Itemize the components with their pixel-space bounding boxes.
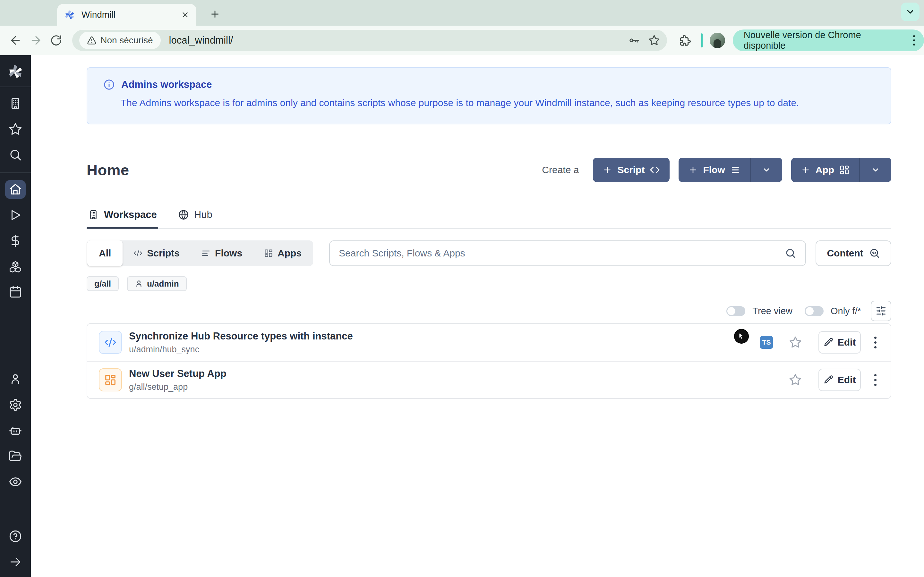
tree-view-toggle[interactable] (726, 306, 745, 316)
owner-chip-gall[interactable]: g/all (87, 276, 119, 291)
sidebar-item-workers[interactable] (5, 421, 26, 440)
sidebar-item-variables[interactable] (5, 231, 26, 250)
tab-close-icon[interactable] (181, 11, 189, 19)
home-icon (9, 183, 22, 196)
plus-icon (603, 165, 612, 175)
tab-title: Windmill (81, 10, 181, 20)
search-input[interactable] (339, 248, 785, 259)
address-bar[interactable]: Non sécurisé local_windmill/ (72, 30, 667, 51)
sidebar-item-help[interactable] (5, 527, 26, 546)
security-chip[interactable]: Non sécurisé (79, 32, 160, 49)
sidebar-item-runs[interactable] (5, 206, 26, 224)
plus-icon (688, 165, 698, 175)
chrome-update-button[interactable]: Nouvelle version de Chrome disponible (733, 29, 924, 51)
tab-workspace[interactable]: Workspace (87, 205, 158, 228)
only-f-toggle[interactable] (804, 306, 824, 316)
filter-scripts-label: Scripts (147, 248, 180, 259)
owner-chip-uadmin[interactable]: u/admin (127, 276, 187, 291)
item-title[interactable]: Synchronize Hub Resource types with inst… (129, 330, 353, 342)
create-script-button[interactable]: Script (593, 158, 670, 182)
url-text[interactable]: local_windmill/ (169, 35, 620, 46)
create-flow-button[interactable]: Flow (678, 158, 782, 182)
profile-avatar[interactable] (710, 33, 725, 48)
key-icon[interactable] (628, 35, 640, 46)
warning-icon (87, 35, 97, 45)
create-a-label: Create a (542, 164, 579, 175)
filter-all-label: All (99, 248, 111, 259)
filter-apps-label: Apps (278, 248, 302, 259)
workspace-hub-tabs: Workspace Hub (87, 205, 891, 229)
script-type-icon (99, 331, 122, 354)
reload-icon[interactable] (46, 30, 66, 51)
sidebar-item-home[interactable] (5, 180, 26, 199)
tab-hub[interactable]: Hub (177, 205, 214, 228)
create-app-button[interactable]: App (791, 158, 891, 182)
window-chevron-button[interactable] (901, 3, 919, 21)
edit-button[interactable]: Edit (819, 369, 861, 391)
forward-icon[interactable] (26, 30, 46, 51)
favorite-star-icon[interactable] (789, 374, 802, 386)
sidebar-item-workspace[interactable] (5, 94, 26, 113)
item-title[interactable]: New User Setup App (129, 368, 226, 380)
back-icon[interactable] (5, 30, 26, 51)
sidebar-item-search[interactable] (5, 145, 26, 164)
sidebar-item-expand[interactable] (5, 553, 26, 571)
runs-play-icon (9, 208, 22, 222)
favorite-star-icon[interactable] (789, 336, 802, 349)
create-script-label: Script (617, 164, 645, 175)
resources-boxes-icon (9, 259, 22, 273)
sidebar-item-favorites[interactable] (5, 120, 26, 139)
plus-icon (801, 165, 811, 175)
user-icon (135, 279, 143, 288)
tab-workspace-label: Workspace (104, 209, 157, 221)
sidebar-item-users[interactable] (5, 370, 26, 388)
display-options-button[interactable] (871, 301, 891, 321)
sidebar-item-folders[interactable] (5, 447, 26, 466)
sidebar-item-schedules[interactable] (5, 283, 26, 301)
more-options-icon[interactable] (872, 372, 879, 388)
flow-list-icon (202, 249, 210, 258)
help-icon (9, 530, 22, 543)
banner-description: The Admins workspace is for admins only … (121, 97, 878, 108)
windmill-logo[interactable] (7, 63, 23, 79)
workers-robot-icon (9, 424, 22, 437)
create-flow-dropdown[interactable] (750, 158, 782, 182)
extensions-puzzle-icon[interactable] (678, 34, 691, 47)
filter-apps[interactable]: Apps (253, 240, 312, 266)
globe-icon (178, 210, 189, 220)
sliders-icon (876, 306, 887, 316)
settings-gear-icon (9, 398, 22, 412)
more-options-icon[interactable] (872, 334, 879, 351)
new-tab-button[interactable] (208, 7, 222, 21)
edit-button[interactable]: Edit (819, 331, 861, 354)
item-path: u/admin/hub_sync (129, 345, 353, 355)
typescript-badge: TS (760, 336, 773, 349)
code-icon (650, 165, 660, 175)
folders-icon (9, 450, 22, 463)
audit-eye-icon (9, 475, 22, 488)
search-icon (9, 148, 22, 161)
search-box[interactable] (329, 240, 806, 266)
content-search-button[interactable]: Content (816, 240, 891, 266)
bookmark-star-icon[interactable] (648, 35, 660, 46)
item-path: g/all/setup_app (129, 382, 226, 392)
list-item[interactable]: New User Setup App g/all/setup_app Edit (87, 361, 891, 398)
filter-flows[interactable]: Flows (191, 240, 253, 266)
search-icon[interactable] (785, 247, 796, 259)
admins-workspace-banner: Admins workspace The Admins workspace is… (87, 67, 891, 124)
list-item[interactable]: Synchronize Hub Resource types with inst… (87, 324, 891, 361)
search-code-icon (869, 248, 880, 259)
sidebar-item-resources[interactable] (5, 257, 26, 276)
sidebar-item-settings[interactable] (5, 396, 26, 414)
items-list: Synchronize Hub Resource types with inst… (87, 323, 891, 399)
chrome-menu-icon[interactable] (911, 33, 917, 47)
create-app-dropdown[interactable] (859, 158, 891, 182)
owner-chip-gall-label: g/all (94, 279, 111, 289)
filter-scripts[interactable]: Scripts (123, 240, 191, 266)
filter-all[interactable]: All (87, 240, 123, 266)
tree-view-label: Tree view (752, 306, 792, 316)
app-grid-icon (839, 165, 850, 175)
sidebar-item-audit[interactable] (5, 472, 26, 491)
sidebar-divider (0, 87, 31, 87)
browser-tab[interactable]: Windmill (57, 4, 196, 26)
